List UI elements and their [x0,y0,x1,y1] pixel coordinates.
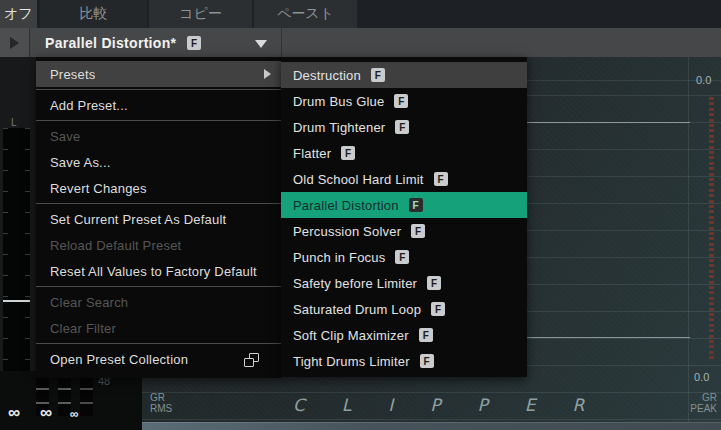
menu-item-open-collection[interactable]: Open Preset Collection [36,346,281,372]
submenu-item-drum-tightener[interactable]: Drum Tightener F [281,114,527,140]
gr-peak-label: GR PEAK [690,392,717,414]
submenu-item-label: Safety before Limiter [293,276,417,291]
tab-off-label: オフ [4,5,33,23]
infinity-value-3[interactable]: ∞ [70,407,79,421]
factory-badge: F [409,198,423,212]
menu-item-save: Save [36,123,281,149]
submenu-item-tight-drums-limiter[interactable]: Tight Drums Limiter F [281,348,527,374]
factory-badge: F [411,224,425,238]
menu-item-presets[interactable]: Presets [36,61,281,87]
copy-icon-front [244,358,254,367]
preset-dropdown-arrow-icon[interactable] [255,40,267,48]
factory-badge: F [395,250,409,264]
clipper-title: CLIPPER [293,395,621,415]
factory-badge: F [420,354,434,368]
tab-off[interactable]: オフ [0,0,37,28]
submenu-item-label: Drum Tightener [293,120,385,135]
tab-copy[interactable]: コピー [149,0,252,28]
menu-item-open-collection-label: Open Preset Collection [50,352,188,367]
submenu-item-destruction[interactable]: Destruction F [281,62,527,88]
menu-item-add-preset[interactable]: Add Preset... [36,92,281,118]
open-collection-icon [244,353,259,367]
menu-item-save-as[interactable]: Save As... [36,149,281,175]
gr-peak-line2: PEAK [690,403,717,414]
submenu-item-label: Soft Clip Maximizer [293,328,409,343]
menu-item-save-as-label: Save As... [50,155,111,170]
menu-item-revert-changes[interactable]: Revert Changes [36,175,281,201]
menu-item-reload-default: Reload Default Preset [36,232,281,258]
play-icon [10,37,19,49]
submenu-arrow-icon [264,69,271,79]
submenu-item-label: Punch in Focus [293,250,385,265]
channel-label: L [11,117,17,128]
factory-badge: F [394,94,408,108]
submenu-item-drum-bus-glue[interactable]: Drum Bus Glue F [281,88,527,114]
submenu-item-flatter[interactable]: Flatter F [281,140,527,166]
preset-bar-divider [281,28,282,57]
menu-separator [36,343,281,344]
submenu-item-saturated-drum-loop[interactable]: Saturated Drum Loop F [281,296,527,322]
menu-separator [36,120,281,121]
preset-context-menu: Presets Add Preset... Save Save As... Re… [36,57,281,378]
submenu-item-soft-clip-maximizer[interactable]: Soft Clip Maximizer F [281,322,527,348]
left-fader-handle[interactable] [3,300,30,302]
menu-item-add-preset-label: Add Preset... [50,98,128,113]
menu-item-set-default[interactable]: Set Current Preset As Default [36,206,281,232]
factory-badge: F [341,146,355,160]
submenu-item-label: Old School Hard Limit [293,172,424,187]
preset-title-label: Parallel Distortion* [45,35,176,51]
menu-item-clear-filter-label: Clear Filter [50,321,116,336]
preset-title[interactable]: Parallel Distortion* [45,28,176,57]
factory-badge: F [187,36,201,50]
preset-play-button[interactable] [0,28,30,57]
menu-item-clear-filter: Clear Filter [36,315,281,341]
infinity-value-2[interactable]: ∞ [40,403,52,423]
submenu-item-parallel-distortion[interactable]: Parallel Distortion F [281,192,527,218]
top-tab-bar: オフ 比較 コピー ペースト [0,0,721,28]
preset-bar: Parallel Distortion* F [0,28,721,57]
submenu-item-safety-before-limiter[interactable]: Safety before Limiter F [281,270,527,296]
left-channel-panel: L [0,57,36,423]
factory-badge: F [434,172,448,186]
menu-item-save-label: Save [50,129,80,144]
gr-rms-label: GR RMS [150,392,172,414]
menu-item-clear-search-label: Clear Search [50,295,128,310]
tab-compare[interactable]: 比較 [40,0,147,28]
factory-badge: F [371,68,385,82]
tab-paste[interactable]: ペースト [254,0,357,28]
tab-compare-label: 比較 [80,5,108,23]
submenu-item-punch-in-focus[interactable]: Punch in Focus F [281,244,527,270]
gr-peak-line1: GR [690,392,717,403]
submenu-item-percussion-solver[interactable]: Percussion Solver F [281,218,527,244]
submenu-item-label: Saturated Drum Loop [293,302,421,317]
menu-item-reset-all[interactable]: Reset All Values to Factory Default [36,258,281,284]
meter-bottom-value: 0.0 [694,371,709,383]
factory-badge: F [395,120,409,134]
bottom-left-panel: 48 ∞ ∞ ∞ [0,371,142,430]
gr-peak-dotted-meter [709,97,714,360]
presets-submenu: Destruction F Drum Bus Glue F Drum Tight… [281,57,527,377]
menu-separator [36,286,281,287]
menu-separator [36,203,281,204]
submenu-item-old-school-hard-limit[interactable]: Old School Hard Limit F [281,166,527,192]
meter-top-value: 0.0 [696,74,711,86]
submenu-item-label: Parallel Distortion [293,198,399,213]
menu-item-revert-changes-label: Revert Changes [50,181,147,196]
submenu-item-label: Drum Bus Glue [293,94,384,109]
factory-badge: F [419,328,433,342]
gr-rms-line2: RMS [150,403,172,414]
tab-paste-label: ペースト [277,5,334,23]
tab-copy-label: コピー [179,5,222,23]
meter-divider-line [688,57,689,423]
infinity-value-1[interactable]: ∞ [8,403,20,423]
submenu-item-label: Flatter [293,146,331,161]
menu-item-reset-all-label: Reset All Values to Factory Default [50,264,257,279]
bottom-strip [142,422,721,430]
gr-rms-line1: GR [150,392,172,403]
plugin-window: L 48 ∞ ∞ ∞ 0.0 0.0 GR PEAK GR RMS CLIPPE… [0,0,721,430]
submenu-item-label: Percussion Solver [293,224,401,239]
submenu-item-label: Tight Drums Limiter [293,354,410,369]
menu-item-set-default-label: Set Current Preset As Default [50,212,226,227]
menu-item-reload-default-label: Reload Default Preset [50,238,181,253]
submenu-item-label: Destruction [293,68,361,83]
